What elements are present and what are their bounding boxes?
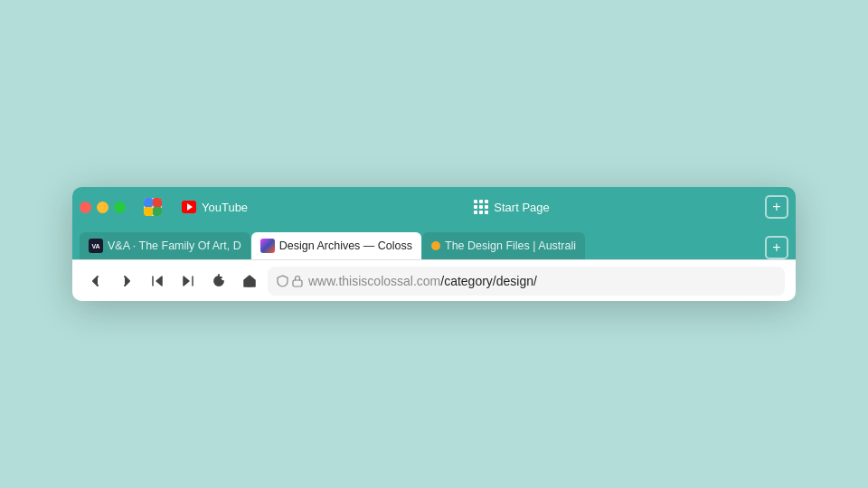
youtube-favicon <box>182 200 196 214</box>
address-bar: www.thisiscolossal.com/category/design/ <box>72 259 796 301</box>
va-favicon: VA <box>89 239 103 253</box>
tab-youtube-label: YouTube <box>202 201 248 214</box>
tab-bar: YouTube Start Page + <box>72 187 796 227</box>
svg-rect-2 <box>153 198 162 207</box>
svg-rect-4 <box>153 207 162 216</box>
browser-tab-va[interactable]: VA V&A · The Family Of Art, D <box>80 232 250 259</box>
browser-tab-designfiles[interactable]: The Design Files | Australi <box>422 232 585 259</box>
svg-rect-3 <box>144 207 153 216</box>
new-browser-tab-button[interactable]: + <box>765 236 788 259</box>
browser-tab-designfiles-label: The Design Files | Australi <box>445 239 576 252</box>
minimize-button[interactable] <box>97 202 108 213</box>
reload-button[interactable] <box>206 268 231 294</box>
maximize-button[interactable] <box>114 202 126 213</box>
startpage-favicon <box>474 200 488 214</box>
design-tab-favicon <box>144 198 162 216</box>
browser-tab-colossal-label: Design Archives — Coloss <box>279 239 412 252</box>
address-input[interactable]: www.thisiscolossal.com/category/design/ <box>268 267 785 296</box>
close-button[interactable] <box>80 202 91 213</box>
window-controls <box>80 202 126 213</box>
browser-tabs: VA V&A · The Family Of Art, D Design Arc… <box>72 227 796 259</box>
address-url: www.thisiscolossal.com/category/design/ <box>308 274 776 288</box>
skip-forward-button[interactable] <box>175 268 201 294</box>
tab-startpage-label: Start Page <box>494 201 549 214</box>
browser-tab-colossal[interactable]: Design Archives — Coloss <box>251 232 421 259</box>
pinned-tab-design[interactable] <box>137 192 169 221</box>
skip-back-button[interactable] <box>145 268 170 294</box>
address-url-path: /category/design/ <box>440 274 537 288</box>
colossal-favicon <box>260 239 275 253</box>
svg-rect-1 <box>144 198 153 207</box>
designfiles-indicator <box>431 241 440 250</box>
svg-rect-6 <box>293 280 302 286</box>
new-tab-button[interactable]: + <box>765 195 788 219</box>
tab-youtube[interactable]: YouTube <box>171 192 259 221</box>
home-button[interactable] <box>237 268 262 294</box>
back-button[interactable] <box>83 268 108 294</box>
address-url-base: www.thisiscolossal.com <box>308 274 440 288</box>
browser-window: YouTube Start Page + VA V&A · The Family… <box>72 187 796 301</box>
forward-button[interactable] <box>114 268 139 294</box>
tab-startpage[interactable]: Start Page <box>463 192 560 221</box>
browser-tab-va-label: V&A · The Family Of Art, D <box>108 239 241 252</box>
security-icons <box>277 275 303 287</box>
